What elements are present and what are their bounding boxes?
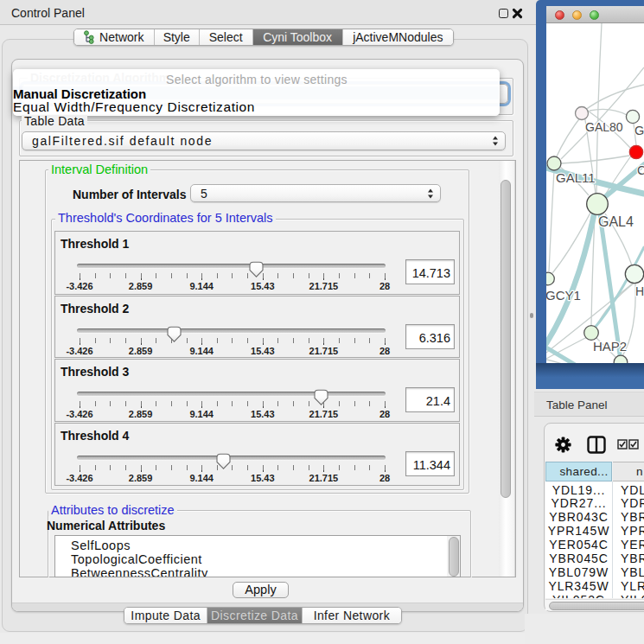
svg-text:GAL80: GAL80 [585,120,623,134]
svg-text:HAP2: HAP2 [593,339,627,354]
svg-text:C: C [637,163,644,177]
svg-text:GAL11: GAL11 [556,170,596,185]
svg-text:GCY1: GCY1 [546,288,581,303]
svg-text:H: H [635,284,644,298]
svg-text:GA: GA [634,124,644,137]
svg-text:GAL4: GAL4 [598,214,634,229]
